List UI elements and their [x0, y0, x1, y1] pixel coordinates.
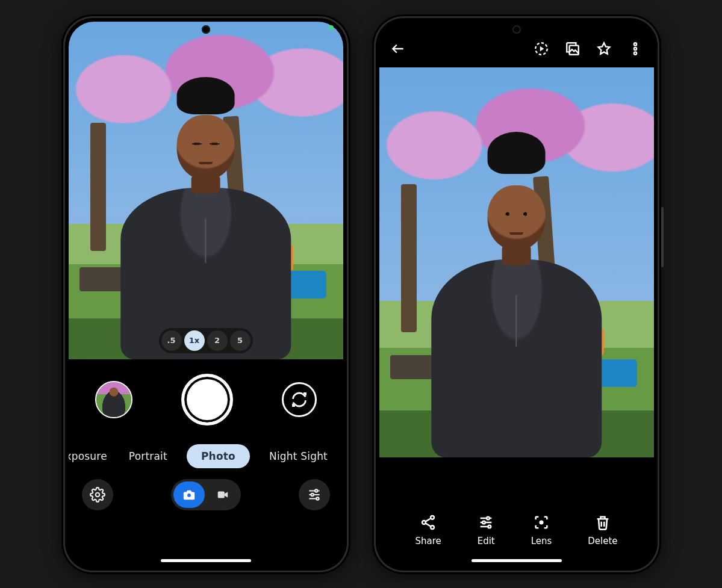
svg-point-8: [633, 43, 636, 45]
edit-icon: [478, 514, 494, 531]
svg-point-0: [95, 492, 99, 497]
viewer-screen: Share Edit Lens Delete: [379, 22, 654, 567]
svg-point-16: [488, 525, 491, 528]
svg-point-9: [633, 47, 636, 49]
photo-view[interactable]: [379, 67, 654, 457]
settings-button[interactable]: [82, 479, 113, 510]
flip-camera-button[interactable]: [282, 382, 317, 417]
shutter-button[interactable]: [181, 374, 233, 426]
svg-point-12: [422, 521, 426, 524]
mode-photo[interactable]: Photo: [187, 444, 250, 468]
capture-row: [69, 360, 343, 439]
svg-point-3: [315, 489, 317, 492]
edit-button[interactable]: Edit: [478, 514, 495, 546]
video-icon: [216, 488, 229, 501]
settings-icon: [90, 487, 105, 503]
mode-selector[interactable]: Exposure Portrait Photo Night Sight Pano: [69, 439, 343, 473]
edit-label: Edit: [478, 536, 495, 546]
overflow-menu-button[interactable]: [627, 41, 643, 59]
camera-icon: [182, 488, 196, 501]
svg-point-10: [633, 52, 636, 54]
share-label: Share: [415, 536, 441, 546]
svg-point-17: [539, 520, 543, 524]
back-icon: [390, 41, 406, 57]
delete-icon: [594, 514, 611, 531]
lens-icon: [533, 514, 550, 531]
bottom-toolbar: [69, 473, 343, 525]
delete-button[interactable]: Delete: [588, 514, 617, 546]
zoom-selector: .5 1x 2 5: [159, 328, 253, 353]
photo-viewer-phone: Share Edit Lens Delete: [372, 14, 661, 574]
zoom-1x[interactable]: 1x: [184, 330, 205, 351]
lens-label: Lens: [531, 536, 552, 546]
albums-icon: [565, 41, 580, 57]
svg-point-11: [431, 515, 434, 519]
motion-photo-icon: [534, 41, 549, 57]
svg-point-5: [316, 497, 319, 500]
flip-camera-icon: [291, 391, 308, 408]
mode-exposure[interactable]: Exposure: [69, 445, 110, 467]
svg-point-13: [431, 525, 434, 529]
svg-point-14: [487, 516, 490, 519]
svg-point-1: [187, 493, 191, 497]
camera-active-indicator: [329, 25, 334, 30]
zoom-5x[interactable]: 5: [230, 330, 251, 351]
share-icon: [420, 514, 437, 531]
photo-video-toggle: [171, 479, 241, 510]
tune-button[interactable]: [299, 479, 330, 510]
svg-rect-2: [217, 491, 224, 498]
motion-photo-button[interactable]: [534, 41, 549, 59]
favorite-button[interactable]: [596, 41, 612, 59]
front-camera-hole: [512, 25, 521, 34]
camera-app-phone: .5 1x 2 5 Exposure Portrait Photo Night …: [61, 14, 350, 574]
photo-mode-chip[interactable]: [173, 481, 205, 508]
mode-night-sight[interactable]: Night Sight: [267, 445, 330, 467]
share-button[interactable]: Share: [415, 514, 441, 546]
viewfinder[interactable]: .5 1x 2 5: [69, 22, 343, 360]
front-camera-hole: [202, 25, 210, 34]
zoom-2x[interactable]: 2: [207, 330, 228, 351]
star-icon: [596, 41, 612, 57]
video-mode-chip[interactable]: [207, 481, 238, 508]
nav-bar-indicator[interactable]: [471, 559, 562, 562]
viewer-actions: Share Edit Lens Delete: [379, 514, 654, 546]
svg-point-15: [482, 521, 485, 524]
zoom-0.5x[interactable]: .5: [161, 330, 182, 351]
mode-portrait[interactable]: Portrait: [126, 445, 170, 467]
lens-button[interactable]: Lens: [531, 514, 552, 546]
back-button[interactable]: [390, 41, 406, 59]
svg-point-4: [311, 493, 313, 495]
tune-icon: [307, 487, 322, 503]
camera-screen: .5 1x 2 5 Exposure Portrait Photo Night …: [69, 22, 343, 567]
delete-label: Delete: [588, 536, 617, 546]
add-to-album-button[interactable]: [565, 41, 580, 59]
nav-bar-indicator[interactable]: [161, 559, 251, 562]
gallery-thumbnail[interactable]: [95, 381, 132, 418]
overflow-menu-icon: [627, 41, 643, 57]
